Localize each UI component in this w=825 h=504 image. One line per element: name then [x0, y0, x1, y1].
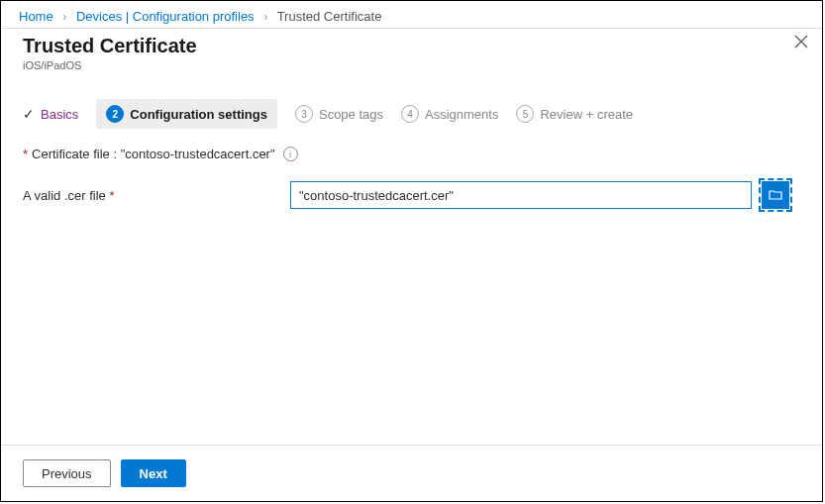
step-number: 2 — [106, 105, 124, 123]
step-label: Configuration settings — [130, 107, 267, 122]
page-subtitle: iOS/iPadOS — [23, 59, 800, 71]
footer-bar: Previous Next — [1, 445, 822, 501]
breadcrumb-current: Trusted Certificate — [277, 9, 382, 24]
check-icon: ✓ — [23, 106, 35, 122]
step-label: Assignments — [425, 107, 498, 122]
step-label: Scope tags — [319, 107, 383, 122]
next-button[interactable]: Next — [121, 459, 186, 487]
step-basics[interactable]: ✓ Basics — [23, 106, 78, 122]
breadcrumb: Home › Devices | Configuration profiles … — [1, 1, 822, 28]
step-label: Review + create — [540, 107, 633, 122]
step-label: Basics — [41, 107, 78, 122]
app-frame: Home › Devices | Configuration profiles … — [0, 0, 823, 502]
info-icon[interactable]: i — [283, 147, 298, 161]
form-area: * Certificate file : "contoso-trustedcac… — [23, 147, 800, 209]
certificate-file-line: * Certificate file : "contoso-trustedcac… — [23, 147, 800, 161]
page-header: Trusted Certificate iOS/iPadOS — [1, 29, 822, 71]
valid-cer-input[interactable] — [290, 181, 752, 209]
chevron-right-icon: › — [263, 10, 267, 24]
certificate-file-label: Certificate file : "contoso-trustedcacer… — [32, 147, 275, 161]
valid-cer-row: A valid .cer file * — [23, 181, 800, 209]
required-marker: * — [109, 188, 114, 203]
folder-icon — [769, 189, 782, 201]
breadcrumb-home[interactable]: Home — [19, 9, 53, 24]
chevron-right-icon: › — [62, 10, 66, 24]
step-scope-tags[interactable]: 3 Scope tags — [295, 105, 383, 123]
required-marker: * — [23, 147, 28, 161]
page-title: Trusted Certificate — [23, 35, 800, 57]
step-assignments[interactable]: 4 Assignments — [401, 105, 498, 123]
step-number: 5 — [516, 105, 534, 123]
step-number: 3 — [295, 105, 313, 123]
previous-button[interactable]: Previous — [23, 459, 111, 487]
step-nav: ✓ Basics 2 Configuration settings 3 Scop… — [23, 99, 800, 129]
browse-button[interactable] — [762, 181, 789, 209]
step-configuration-settings[interactable]: 2 Configuration settings — [96, 99, 277, 129]
step-number: 4 — [401, 105, 419, 123]
breadcrumb-devices[interactable]: Devices | Configuration profiles — [76, 9, 255, 24]
step-review-create[interactable]: 5 Review + create — [516, 105, 633, 123]
valid-cer-label: A valid .cer file * — [23, 188, 280, 203]
close-icon[interactable] — [794, 35, 808, 51]
